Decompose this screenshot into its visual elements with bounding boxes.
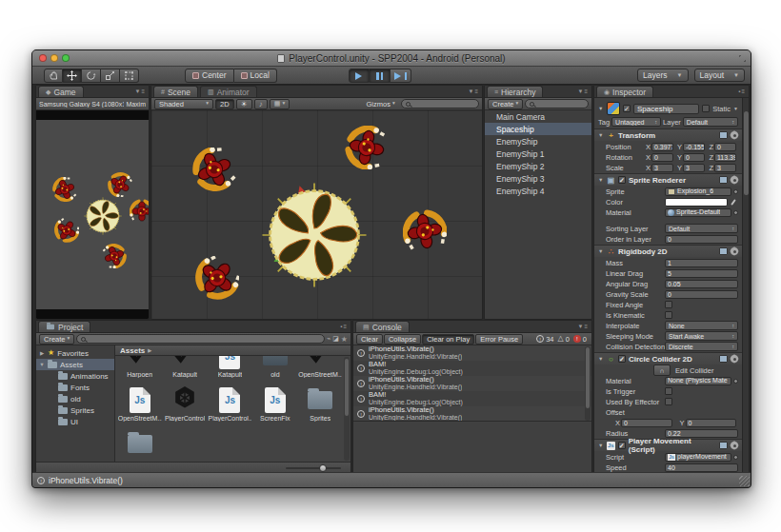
y-field[interactable]: 3 — [683, 164, 705, 172]
asset-item[interactable]: old — [252, 356, 297, 384]
aspect-dropdown[interactable]: Samsung Galaxy S4 (1080x192 ▾ — [39, 101, 124, 108]
x-field[interactable]: 0.3977 — [651, 143, 673, 151]
x-field[interactable]: 3 — [651, 164, 673, 172]
reference-doc-icon[interactable] — [719, 247, 728, 255]
y-field[interactable]: 0 — [683, 153, 705, 162]
y-field[interactable]: -0.155 — [683, 143, 705, 151]
asset-item[interactable]: Sprites — [298, 384, 343, 428]
gear-icon[interactable] — [731, 176, 738, 184]
project-tree-item[interactable]: Animations — [36, 370, 114, 382]
scrollbar-thumb[interactable] — [586, 347, 590, 408]
asset-item[interactable]: PlayerControl — [162, 384, 207, 428]
hierarchy-item[interactable]: Spaceship — [485, 123, 591, 135]
pivot-local-button[interactable]: Local — [234, 69, 277, 83]
create-dropdown[interactable]: Create▾ — [488, 99, 523, 109]
gizmos-dropdown[interactable]: Gizmos▾ — [362, 99, 398, 109]
enemy-ship-sprite[interactable] — [345, 126, 389, 169]
edit-collider-button[interactable]: ∩ — [653, 365, 671, 376]
close-button[interactable] — [39, 54, 47, 62]
project-tree-item[interactable]: Fonts — [36, 382, 114, 393]
object-field[interactable]: Explosion_6 — [665, 187, 731, 196]
search-by-type-icon[interactable]: ⌁ — [327, 335, 330, 343]
reference-doc-icon[interactable] — [719, 131, 728, 139]
checkbox[interactable] — [665, 387, 672, 395]
asset-item[interactable] — [117, 428, 162, 462]
checkbox[interactable] — [665, 301, 672, 308]
tab-project[interactable]: Project — [38, 321, 90, 332]
layout-dropdown[interactable]: Layout▼ — [694, 69, 745, 82]
console-button[interactable]: Clear — [356, 334, 383, 345]
z-field[interactable]: 3 — [714, 164, 736, 172]
component-header-transform[interactable]: ▼+Transform — [594, 129, 742, 141]
move-tool-button[interactable] — [63, 69, 82, 83]
play-button[interactable] — [349, 69, 370, 83]
console-log-entry[interactable]: !iPhoneUtils.Vibrate()UnityEngine.Handhe… — [353, 406, 591, 422]
2d-toggle-button[interactable]: 2D — [215, 99, 234, 109]
scene-search-input[interactable] — [401, 99, 479, 108]
hierarchy-item[interactable]: EnemyShip 3 — [485, 172, 591, 185]
hierarchy-item[interactable]: EnemyShip — [485, 135, 591, 148]
lock-icon[interactable]: ▪≡ — [340, 324, 348, 329]
zoom-button[interactable] — [62, 54, 70, 62]
enemy-ship-sprite[interactable] — [403, 209, 447, 253]
console-scrollbar[interactable] — [585, 346, 591, 421]
asset-item[interactable]: JsKatapult — [208, 356, 252, 384]
inspector-scrollbar[interactable] — [742, 98, 749, 473]
project-tree-item[interactable]: ▼Assets — [36, 359, 114, 370]
y-field[interactable]: 0 — [686, 419, 737, 427]
x-field[interactable]: 0 — [651, 153, 673, 162]
color-swatch[interactable] — [665, 198, 728, 207]
pivot-center-button[interactable]: Center — [185, 69, 234, 83]
object-field[interactable]: JsplayerMovement — [665, 453, 731, 462]
panel-menu-icon[interactable]: ▼≡ — [135, 89, 146, 94]
warning-count-badge[interactable]: △0 — [558, 335, 570, 344]
z-field[interactable]: 113.39 — [714, 153, 736, 162]
x-field[interactable]: 0 — [621, 419, 672, 427]
maximize-on-play-button[interactable]: Maxim — [126, 101, 146, 108]
foldout-icon[interactable]: ▼ — [598, 356, 604, 362]
step-button[interactable] — [390, 69, 411, 83]
enemy-ship-sprite[interactable] — [192, 148, 236, 191]
asset-item[interactable]: OpenStreetM... — [298, 356, 343, 384]
asset-item[interactable]: JsScreenFix — [252, 384, 297, 428]
lighting-toggle-button[interactable]: ☀ — [236, 99, 252, 109]
reference-doc-icon[interactable] — [719, 176, 728, 184]
scrollbar-thumb[interactable] — [345, 359, 349, 416]
component-header-player-movement[interactable]: ▼Js✓Player Movement (Script) — [594, 440, 742, 451]
rect-tool-button[interactable] — [120, 69, 139, 83]
rotate-tool-button[interactable] — [82, 69, 101, 83]
foldout-icon[interactable]: ▶ — [39, 350, 45, 356]
dropdown-field[interactable]: Default↕ — [665, 224, 738, 233]
object-picker-icon[interactable] — [733, 455, 738, 460]
thumbnail-size-slider[interactable] — [286, 467, 341, 469]
project-tree-item[interactable]: UI — [36, 416, 114, 427]
tab-console[interactable]: ▤Console — [355, 321, 410, 332]
checkbox[interactable] — [665, 311, 672, 319]
enabled-checkbox[interactable]: ✓ — [618, 176, 626, 184]
z-field[interactable]: 0 — [714, 143, 736, 151]
enemy-ship-sprite[interactable] — [195, 256, 239, 300]
console-log-entry[interactable]: !BAM!UnityEngine.Debug:Log(Object) — [353, 391, 591, 406]
asset-item[interactable]: Katapult — [162, 356, 207, 384]
enabled-checkbox[interactable]: ✓ — [618, 442, 626, 449]
tab-scene[interactable]: #Scene — [153, 86, 198, 97]
hierarchy-item[interactable]: EnemyShip 2 — [485, 160, 591, 172]
console-log-entry[interactable]: !iPhoneUtils.Vibrate()UnityEngine.Handhe… — [353, 376, 591, 391]
titlebar[interactable]: PlayerControl.unity - SPP2004 - Android … — [32, 50, 751, 67]
breadcrumb[interactable]: Assets▶ — [115, 345, 350, 356]
hierarchy-search-input[interactable] — [525, 99, 589, 108]
component-header-rigidbody-2d[interactable]: ▼∴Rigidbody 2D — [594, 246, 742, 257]
asset-item[interactable]: JsPlayerControl... — [208, 384, 252, 428]
tag-dropdown[interactable]: Untagged↕ — [611, 117, 661, 127]
console-button[interactable]: Collapse — [384, 334, 421, 345]
value-field[interactable]: 0 — [665, 235, 738, 244]
asset-item[interactable]: JsOpenStreetM... — [117, 384, 162, 428]
foldout-icon[interactable]: ▼ — [598, 106, 604, 111]
resize-grip[interactable] — [739, 476, 750, 486]
pan-tool-button[interactable] — [44, 69, 63, 83]
gear-icon[interactable] — [731, 442, 738, 449]
object-field[interactable]: Sprites-Default — [665, 208, 731, 217]
enabled-checkbox[interactable]: ✓ — [618, 355, 626, 363]
project-tree-item[interactable]: old — [36, 393, 114, 404]
slider-knob[interactable] — [319, 464, 327, 472]
